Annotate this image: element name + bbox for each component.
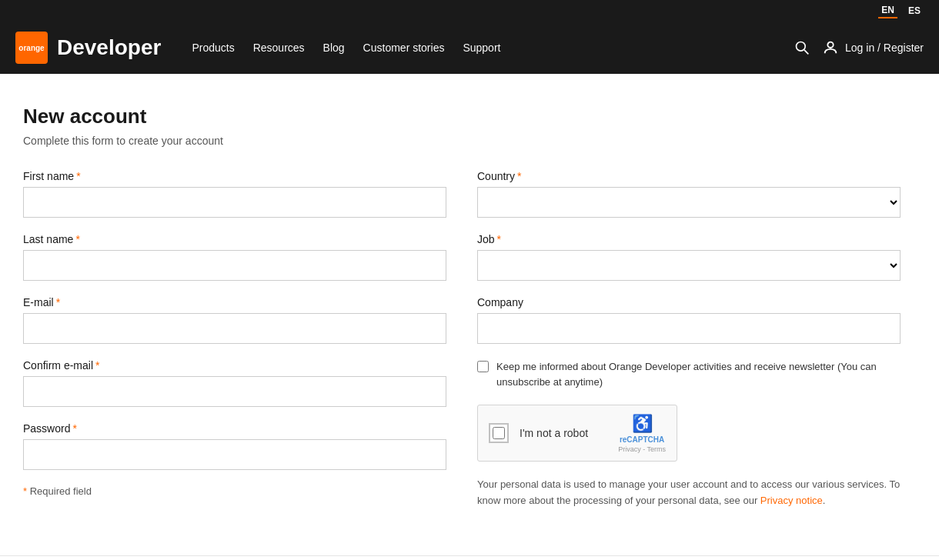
job-group: Job* [477, 233, 901, 281]
last-name-group: Last name* [23, 233, 446, 281]
captcha-branding: reCAPTCHA [620, 435, 664, 444]
lang-en-button[interactable]: EN [878, 3, 897, 18]
right-column: Country* Job* Company [477, 170, 901, 509]
company-label: Company [477, 296, 901, 308]
nav-customer-stories[interactable]: Customer stories [363, 42, 445, 54]
last-name-required-star: * [75, 233, 79, 245]
country-required-star: * [517, 170, 521, 182]
brand-title: Developer [57, 35, 161, 60]
password-label: Password* [23, 422, 446, 435]
orange-logo: orange [15, 32, 48, 64]
first-name-group: First name* [23, 170, 446, 218]
confirm-email-required-star: * [95, 359, 99, 372]
user-icon [822, 39, 839, 56]
form-buttons: Cancel Submit [0, 555, 939, 560]
job-select[interactable] [477, 250, 901, 281]
confirm-email-input[interactable] [23, 376, 446, 407]
svg-point-2 [827, 42, 833, 48]
main-nav: Products Resources Blog Customer stories… [192, 42, 500, 54]
email-input[interactable] [23, 313, 446, 344]
first-name-input[interactable] [23, 187, 446, 218]
left-column: First name* Last name* E-mail* Confirm e… [23, 170, 446, 509]
job-label: Job* [477, 233, 901, 245]
privacy-text-prefix: Your personal data is used to manage you… [477, 478, 900, 506]
captcha-label: I'm not a robot [520, 427, 607, 439]
company-input[interactable] [477, 313, 901, 344]
main-content: New account Complete this form to create… [0, 74, 924, 540]
captcha-checkbox-wrapper[interactable] [489, 423, 509, 443]
captcha-box[interactable]: I'm not a robot ♿ reCAPTCHA Privacy - Te… [477, 405, 677, 462]
confirm-email-group: Confirm e-mail* [23, 359, 446, 407]
password-required-star: * [72, 422, 76, 435]
nav-support[interactable]: Support [463, 42, 500, 54]
first-name-required-star: * [76, 170, 80, 182]
privacy-section: Your personal data is used to manage you… [477, 477, 901, 509]
search-button[interactable] [794, 40, 810, 55]
confirm-email-label: Confirm e-mail* [23, 359, 446, 372]
captcha-checkbox[interactable] [493, 427, 505, 439]
search-icon [794, 40, 810, 55]
country-label: Country* [477, 170, 901, 182]
lang-es-button[interactable]: ES [905, 4, 924, 18]
page-subtitle: Complete this form to create your accoun… [23, 135, 901, 147]
required-note-star: * [23, 485, 27, 497]
captcha-links[interactable]: Privacy - Terms [618, 445, 666, 453]
email-label: E-mail* [23, 296, 446, 308]
password-group: Password* [23, 422, 446, 470]
required-note: * Required field [23, 485, 446, 497]
password-input[interactable] [23, 439, 446, 470]
login-link[interactable]: Log in / Register [845, 42, 924, 54]
logo-container[interactable]: orange Developer [15, 32, 161, 64]
site-header: orange Developer Products Resources Blog… [0, 22, 939, 74]
email-required-star: * [56, 296, 60, 308]
user-section[interactable]: Log in / Register [822, 39, 924, 56]
email-group: E-mail* [23, 296, 446, 344]
captcha-logo-area: ♿ reCAPTCHA Privacy - Terms [618, 414, 666, 453]
language-bar: EN ES [0, 0, 939, 22]
privacy-notice-link[interactable]: Privacy notice [760, 495, 823, 506]
last-name-input[interactable] [23, 250, 446, 281]
first-name-label: First name* [23, 170, 446, 182]
country-select[interactable] [477, 187, 901, 218]
form-grid: First name* Last name* E-mail* Confirm e… [23, 170, 901, 509]
nav-blog[interactable]: Blog [323, 42, 345, 54]
svg-point-0 [797, 42, 806, 52]
recaptcha-logo-icon: ♿ [632, 414, 653, 434]
nav-products[interactable]: Products [192, 42, 234, 54]
page-title: New account [23, 105, 901, 128]
privacy-text-end: . [823, 495, 826, 506]
country-group: Country* [477, 170, 901, 218]
job-required-star: * [497, 233, 501, 245]
company-group: Company [477, 296, 901, 344]
newsletter-checkbox[interactable] [477, 361, 489, 372]
svg-line-1 [804, 50, 808, 54]
newsletter-row: Keep me informed about Orange Developer … [477, 359, 901, 389]
nav-resources[interactable]: Resources [253, 42, 305, 54]
header-right: Log in / Register [794, 39, 924, 56]
newsletter-label: Keep me informed about Orange Developer … [496, 359, 901, 389]
last-name-label: Last name* [23, 233, 446, 245]
